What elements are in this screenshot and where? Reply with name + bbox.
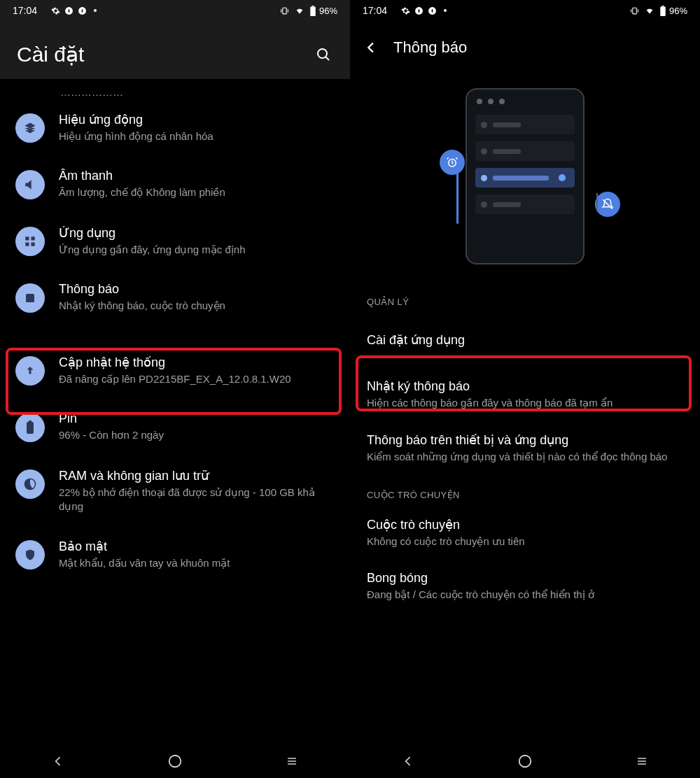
notif-item-device-app[interactable]: Thông báo trên thiết bị và ứng dụng Kiểm…	[350, 421, 700, 475]
wifi-icon	[294, 6, 305, 15]
item-title: Thông báo trên thiết bị và ứng dụng	[367, 432, 683, 448]
svg-rect-6	[25, 236, 29, 240]
status-bar: 17:04 96%	[0, 0, 350, 21]
vibrate-icon	[279, 6, 290, 15]
item-title: Thông báo	[59, 282, 335, 297]
svg-point-20	[519, 756, 531, 768]
nav-recents-button[interactable]	[283, 752, 301, 770]
alarm-icon	[440, 150, 465, 175]
item-title: Ứng dụng	[59, 225, 335, 241]
status-battery-percent: 96%	[669, 6, 687, 16]
svg-rect-3	[310, 6, 316, 16]
svg-point-13	[169, 756, 181, 768]
compass-icon	[78, 6, 87, 15]
nav-back-button[interactable]	[399, 752, 417, 770]
notif-item-conversations[interactable]: Cuộc trò chuyện Không có cuộc trò chuyện…	[350, 506, 700, 560]
compass-icon	[414, 6, 424, 15]
gear-icon	[51, 6, 60, 15]
item-subtitle: 22% bộ nhớ điện thoại đã được sử dụng - …	[59, 486, 335, 514]
item-title: Cài đặt ứng dụng	[367, 332, 683, 348]
bell-off-icon	[595, 192, 620, 217]
upload-icon	[15, 356, 45, 386]
item-subtitle: Không có cuộc trò chuyện ưu tiên	[367, 535, 683, 549]
battery-icon	[659, 6, 666, 16]
nav-bar	[0, 744, 350, 778]
svg-rect-4	[312, 6, 314, 7]
nav-home-button[interactable]	[516, 752, 534, 770]
truncated-item: ………………	[0, 79, 350, 98]
settings-item-sound[interactable]: Âm thanhÂm lượng, chế độ Không làm phiền	[0, 156, 350, 212]
svg-rect-2	[283, 8, 286, 14]
battery-icon	[15, 413, 45, 442]
nav-bar	[350, 744, 700, 778]
item-subtitle: Ứng dụng gần đây, ứng dụng mặc định	[59, 243, 335, 257]
item-subtitle: Hiệu ứng hình động cá nhân hóa	[59, 129, 335, 143]
vibrate-icon	[629, 6, 640, 15]
layers-icon	[15, 113, 45, 143]
svg-rect-12	[29, 420, 31, 422]
svg-rect-7	[31, 236, 35, 240]
edge-indicator	[456, 161, 458, 224]
item-title: Bong bóng	[367, 571, 683, 586]
notification-dot-icon	[94, 9, 97, 12]
item-subtitle: Đã nâng cấp lên PD2215BF_EX_A_12.0.8.1.W…	[59, 372, 335, 386]
notification-illustration	[350, 67, 700, 290]
settings-item-motion[interactable]: Hiệu ứng độngHiệu ứng hình động cá nhân …	[0, 99, 350, 156]
volume-icon	[15, 170, 45, 199]
item-subtitle: 96% - Còn hơn 2 ngày	[59, 428, 335, 442]
item-title: Bảo mật	[59, 539, 335, 554]
page-title: Cài đặt	[17, 42, 314, 66]
notifications-screen[interactable]: 17:04 96% Thông báo	[350, 0, 700, 778]
item-subtitle: Kiểm soát những ứng dụng và thiết bị nào…	[367, 450, 683, 464]
nav-home-button[interactable]	[166, 752, 184, 770]
item-subtitle: Mật khẩu, dấu vân tay và khuôn mặt	[59, 556, 335, 570]
section-label: CUỘC TRÒ CHUYỆN	[350, 476, 700, 506]
status-bar: 17:04 96%	[350, 0, 700, 21]
notifications-icon	[15, 283, 45, 313]
item-title: Nhật ký thông báo	[367, 379, 683, 394]
svg-rect-11	[27, 422, 34, 434]
compass-icon	[64, 6, 74, 15]
item-subtitle: Nhật ký thông báo, cuộc trò chuyện	[59, 299, 335, 313]
settings-list[interactable]: Hiệu ứng độngHiệu ứng hình động cá nhân …	[0, 98, 350, 583]
nav-back-button[interactable]	[49, 752, 67, 770]
settings-item-update[interactable]: Cập nhật hệ thốngĐã nâng cấp lên PD2215B…	[0, 342, 350, 399]
settings-screen[interactable]: 17:04 96% Cài đặt ………………	[0, 0, 350, 778]
svg-rect-17	[660, 6, 666, 16]
status-battery-percent: 96%	[319, 6, 337, 16]
search-button[interactable]	[314, 45, 333, 64]
settings-item-security[interactable]: Bảo mậtMật khẩu, dấu vân tay và khuôn mặ…	[0, 526, 350, 583]
battery-icon	[309, 6, 316, 16]
notif-item-app-settings[interactable]: Cài đặt ứng dụng	[350, 313, 700, 367]
notification-dot-icon	[444, 9, 447, 12]
compass-icon	[428, 6, 437, 15]
svg-rect-9	[31, 242, 35, 246]
item-subtitle: Âm lượng, chế độ Không làm phiền	[59, 185, 335, 199]
svg-rect-16	[633, 8, 636, 14]
back-button[interactable]	[361, 38, 381, 57]
item-subtitle: Hiện các thông báo gần đây và thông báo …	[367, 396, 683, 410]
item-subtitle: Đang bật / Các cuộc trò chuyện có thể hi…	[367, 588, 683, 602]
section-label: QUẢN LÝ	[350, 290, 700, 313]
nav-recents-button[interactable]	[633, 752, 651, 770]
svg-rect-8	[25, 242, 29, 246]
settings-item-apps[interactable]: Ứng dụngỨng dụng gần đây, ứng dụng mặc đ…	[0, 213, 350, 269]
item-title: RAM và không gian lưu trữ	[59, 468, 335, 483]
item-title: Hiệu ứng động	[59, 112, 335, 127]
page-title: Thông báo	[393, 38, 467, 57]
storage-icon	[15, 469, 45, 499]
item-title: Cập nhật hệ thống	[59, 355, 335, 370]
status-clock: 17:04	[13, 5, 37, 16]
settings-item-notifications[interactable]: Thông báoNhật ký thông báo, cuộc trò chu…	[0, 269, 350, 325]
notif-item-history[interactable]: Nhật ký thông báo Hiện các thông báo gần…	[350, 367, 700, 421]
status-clock: 17:04	[363, 5, 387, 16]
item-title: Pin	[59, 411, 335, 426]
item-title: Cuộc trò chuyện	[367, 517, 683, 532]
settings-item-battery[interactable]: Pin96% - Còn hơn 2 ngày	[0, 399, 350, 455]
svg-rect-10	[26, 294, 34, 302]
settings-item-storage[interactable]: RAM và không gian lưu trữ22% bộ nhớ điện…	[0, 455, 350, 527]
gear-icon	[401, 6, 410, 15]
notif-item-bubbles[interactable]: Bong bóng Đang bật / Các cuộc trò chuyện…	[350, 560, 700, 613]
item-title: Âm thanh	[59, 169, 335, 183]
shield-icon	[15, 540, 45, 570]
